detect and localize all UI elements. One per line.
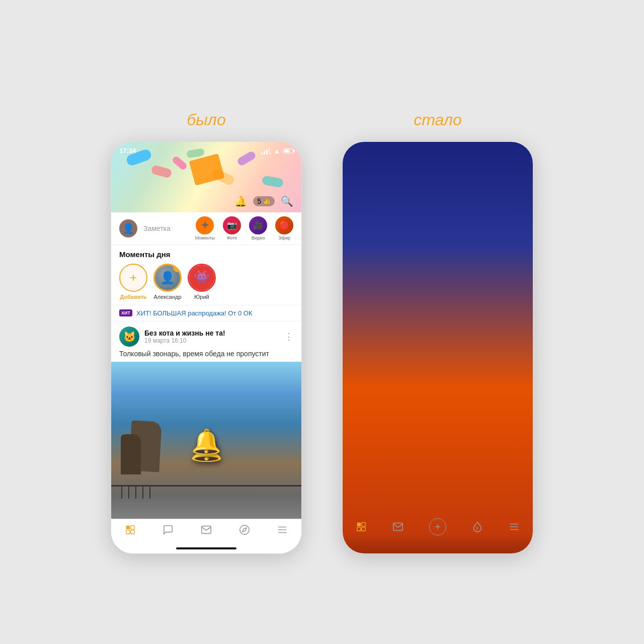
svg-rect-2: [126, 530, 130, 533]
old-nav-message[interactable]: [201, 524, 212, 535]
old-photo-btn[interactable]: 📷 Фото: [223, 216, 241, 240]
old-post-meta: Без кота и жизнь не та! 19 марта 16:10: [144, 329, 279, 344]
new-nav-fire[interactable]: [472, 521, 483, 532]
bylo-label: было: [187, 111, 225, 129]
old-bottom-nav: [111, 519, 301, 545]
comparison-wrapper: было 17:34: [111, 91, 533, 554]
old-post-header: 🐱 Без кота и жизнь не та! 19 марта 16:10…: [111, 321, 301, 350]
hero-banner: 17:34 ▲: [111, 142, 301, 212]
svg-rect-14: [362, 522, 365, 526]
old-moments-add[interactable]: + Добавить: [119, 264, 147, 300]
old-moments-row: + Добавить 👤 2 Александр: [119, 264, 293, 300]
old-moment-yuriy[interactable]: 👾 1 Юрий: [188, 264, 216, 300]
old-phone-frame: 17:34 ▲: [111, 141, 302, 554]
old-moment-aleksandr[interactable]: 👤 2 Александр: [153, 264, 182, 300]
stalo-column: стало 12:45 ▲: [342, 111, 533, 554]
svg-point-4: [239, 525, 249, 534]
old-ok-count[interactable]: 5 👍: [253, 196, 275, 206]
svg-rect-3: [131, 530, 134, 533]
old-moment-avatar-1[interactable]: 👤 2: [153, 264, 182, 292]
old-moment-badge-2: 1: [207, 264, 216, 272]
old-moments-btn[interactable]: ✚ Моменты: [195, 216, 215, 240]
svg-rect-0: [126, 525, 130, 529]
svg-marker-5: [243, 528, 247, 532]
old-nav-feed[interactable]: [125, 524, 136, 535]
old-post-avatar: 🐱: [119, 327, 139, 347]
old-live-btn[interactable]: 🔴 Эфир: [275, 216, 293, 240]
old-signal-icon: [261, 147, 270, 154]
svg-rect-15: [357, 527, 360, 530]
new-add-circle-btn[interactable]: [429, 518, 446, 535]
old-post-date: 19 марта 16:10: [144, 337, 279, 344]
old-moment-badge-1: 2: [173, 264, 182, 272]
old-user-avatar[interactable]: 👤: [119, 219, 137, 237]
new-nav-add[interactable]: [429, 518, 446, 535]
old-ad-badge: ХИТ: [119, 309, 132, 316]
old-post-text: Толковый звонарь, время обеда не пропуст…: [111, 350, 301, 362]
old-post: 🐱 Без кота и жизнь не та! 19 марта 16:10…: [111, 321, 301, 519]
old-moments-section: Моменты дня + Добавить 👤 2: [111, 245, 301, 305]
new-nav-message[interactable]: [392, 521, 404, 532]
svg-rect-1: [131, 525, 134, 529]
new-phone-frame: 12:45 ▲: [342, 141, 533, 554]
old-nav-chat[interactable]: [163, 524, 174, 535]
old-action-icons: ✚ Моменты 📷 Фото 🎥 Видео: [195, 216, 293, 240]
old-note-input[interactable]: Заметка: [143, 224, 189, 232]
old-moment-avatar-2[interactable]: 👾 1: [188, 264, 216, 292]
old-moment-name-1: Александр: [153, 294, 181, 300]
old-add-label: Добавить: [120, 294, 146, 300]
old-moment-name-2: Юрий: [194, 294, 209, 300]
new-nav-menu[interactable]: [509, 521, 520, 532]
old-moments-title: Моменты дня: [119, 250, 293, 259]
new-post-2: 👨‍💼 Юрий Петров 8 фев ⋮: [343, 427, 533, 513]
old-add-circle[interactable]: +: [119, 264, 147, 292]
old-post-author: Без кота и жизнь не та!: [144, 329, 279, 337]
old-bell-btn[interactable]: 🔔: [234, 195, 247, 207]
svg-rect-13: [357, 522, 360, 526]
old-wifi-icon: ▲: [273, 147, 280, 155]
old-search-btn[interactable]: 🔍: [281, 195, 293, 207]
old-post-image: 🔔: [111, 362, 301, 519]
bylo-column: было 17:34: [111, 111, 302, 554]
new-nav-feed[interactable]: [356, 521, 367, 532]
old-nav-compass[interactable]: [239, 524, 250, 535]
old-ad-banner[interactable]: ХИТ ХИТ! БОЛЬШАЯ распродажа! От 0 ОК: [111, 305, 301, 321]
old-status-time: 17:34: [119, 147, 136, 154]
old-post-more-btn[interactable]: ⋮: [284, 331, 293, 342]
old-ad-text: ХИТ! БОЛЬШАЯ распродажа! От 0 ОК: [136, 309, 253, 317]
old-nav-menu[interactable]: [277, 524, 288, 535]
new-post2-image: [343, 459, 533, 500]
old-action-bar: 👤 Заметка ✚ Моменты 📷 Фото: [111, 212, 301, 245]
old-video-btn[interactable]: 🎥 Видео: [249, 216, 267, 240]
svg-rect-16: [362, 527, 365, 530]
stalo-label: стало: [414, 111, 462, 129]
old-battery-icon: [283, 148, 293, 153]
